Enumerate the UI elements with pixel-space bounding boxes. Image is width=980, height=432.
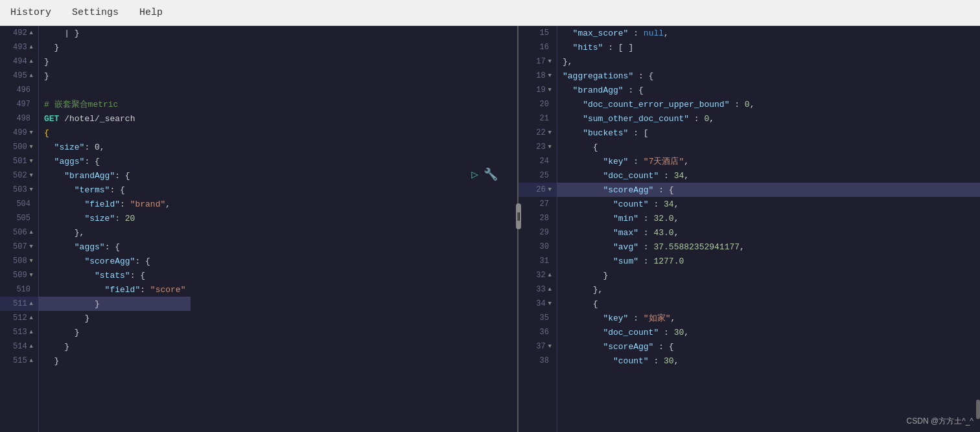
line-number: 29 xyxy=(519,225,557,240)
code-line: "max" : 43.0, xyxy=(557,225,980,240)
toolbar-icons: ▷ 🔧 xyxy=(471,167,498,181)
code-line: } xyxy=(39,354,191,368)
line-number: 32▲ xyxy=(519,268,557,282)
code-line: "scoreAgg" : { xyxy=(557,183,980,197)
left-code-area: 492▲493▲494▲495▲496497498499▼500▼501▼502… xyxy=(0,26,191,432)
code-line: "buckets" : [ xyxy=(557,126,980,140)
line-number: 16 xyxy=(519,40,557,54)
right-code-content: "max_score" : null, "hits" : [ ]},"aggre… xyxy=(557,26,980,432)
code-line: "scoreAgg" : { xyxy=(557,339,980,354)
line-number: 500▼ xyxy=(0,140,38,154)
code-line: "key" : "7天酒店", xyxy=(557,154,980,168)
menu-settings[interactable]: Settings xyxy=(68,5,122,21)
line-number: 23▼ xyxy=(519,140,557,154)
code-line: "max_score" : null, xyxy=(557,26,980,40)
scrollbar[interactable] xyxy=(976,400,980,419)
code-line: } xyxy=(39,54,191,69)
line-number: 499▼ xyxy=(0,126,38,140)
code-line: "brandAgg" : { xyxy=(557,83,980,97)
code-line: } xyxy=(39,40,191,54)
code-line: "sum_other_doc_count" : 0, xyxy=(557,111,980,126)
code-line: } xyxy=(39,325,191,339)
code-line: { xyxy=(557,297,980,311)
code-line: "aggs": { xyxy=(39,154,191,168)
menubar: History Settings Help xyxy=(0,0,980,26)
line-number: 31 xyxy=(519,254,557,268)
line-number: 498 xyxy=(0,111,38,126)
line-number: 24 xyxy=(519,154,557,168)
code-line: "aggregations" : { xyxy=(557,69,980,83)
code-line: { xyxy=(39,126,191,140)
line-number: 30 xyxy=(519,240,557,254)
line-number: 506▲ xyxy=(0,225,38,240)
right-line-numbers: 151617▼18▼19▼202122▼23▼242526▼2728293031… xyxy=(519,26,557,432)
code-line: "hits" : [ ] xyxy=(557,40,980,54)
line-number: 19▼ xyxy=(519,83,557,97)
code-line: } xyxy=(39,69,191,83)
code-line: "sum" : 1277.0 xyxy=(557,254,980,268)
line-number: 514▲ xyxy=(0,339,38,354)
code-line: "key" : "如家", xyxy=(557,311,980,325)
line-number: 34▼ xyxy=(519,297,557,311)
line-number: 17▼ xyxy=(519,54,557,69)
line-number: 501▼ xyxy=(0,154,38,168)
right-code-area: 151617▼18▼19▼202122▼23▼242526▼2728293031… xyxy=(519,26,980,432)
line-number: 37▼ xyxy=(519,339,557,354)
line-number: 494▲ xyxy=(0,54,38,69)
line-number: 36 xyxy=(519,325,557,339)
menu-history[interactable]: History xyxy=(6,5,55,21)
line-number: 22▼ xyxy=(519,126,557,140)
code-line: "min" : 32.0, xyxy=(557,211,980,225)
code-line: "aggs": { xyxy=(39,240,191,254)
code-line: { xyxy=(557,140,980,154)
code-line: | } xyxy=(39,26,191,40)
left-line-numbers: 492▲493▲494▲495▲496497498499▼500▼501▼502… xyxy=(0,26,39,432)
code-line: GET /hotel/_search xyxy=(39,111,191,126)
line-number: 18▼ xyxy=(519,69,557,83)
code-line: }, xyxy=(557,282,980,297)
right-panel: 151617▼18▼19▼202122▼23▼242526▼2728293031… xyxy=(519,26,980,432)
line-number: 493▲ xyxy=(0,40,38,54)
code-line xyxy=(39,83,191,97)
line-number: 515▲ xyxy=(0,354,38,368)
menu-help[interactable]: Help xyxy=(135,5,167,21)
code-line: } xyxy=(39,311,191,325)
line-number: 27 xyxy=(519,197,557,211)
code-line: "scoreAgg": { xyxy=(39,254,191,268)
settings-icon[interactable]: 🔧 xyxy=(484,167,498,181)
line-number: 503▼ xyxy=(0,183,38,197)
line-number: 21 xyxy=(519,111,557,126)
line-number: 38 xyxy=(519,354,557,368)
code-line: } xyxy=(39,297,191,311)
line-number: 492▲ xyxy=(0,26,38,40)
line-number: 507▼ xyxy=(0,240,38,254)
run-icon[interactable]: ▷ xyxy=(471,167,478,181)
main-content: 492▲493▲494▲495▲496497498499▼500▼501▼502… xyxy=(0,26,980,432)
code-line: "field": "brand", xyxy=(39,197,191,211)
code-line: }, xyxy=(39,225,191,240)
panel-divider[interactable]: ∥ xyxy=(516,203,521,229)
line-number: 508▼ xyxy=(0,254,38,268)
line-number: 497 xyxy=(0,97,38,111)
line-number: 28 xyxy=(519,211,557,225)
line-number: 26▼ xyxy=(519,183,557,197)
code-line: "count" : 30, xyxy=(557,354,980,368)
line-number: 504 xyxy=(0,197,38,211)
line-number: 502▼ xyxy=(0,168,38,183)
code-line: "terms": { xyxy=(39,183,191,197)
line-number: 25 xyxy=(519,168,557,183)
line-number: 505 xyxy=(0,211,38,225)
line-number: 20 xyxy=(519,97,557,111)
line-number: 511▲ xyxy=(0,297,38,311)
code-line: "doc_count" : 30, xyxy=(557,325,980,339)
code-line: "avg" : 37.55882352941177, xyxy=(557,240,980,254)
code-line: "field": "score" xyxy=(39,282,191,297)
code-line: "count" : 34, xyxy=(557,197,980,211)
line-number: 496 xyxy=(0,83,38,97)
left-panel: 492▲493▲494▲495▲496497498499▼500▼501▼502… xyxy=(0,26,519,432)
code-line: "doc_count_error_upper_bound" : 0, xyxy=(557,97,980,111)
code-line: } xyxy=(39,339,191,354)
code-line: "stats": { xyxy=(39,268,191,282)
left-code-content: | } }}}# 嵌套聚合metricGET /hotel/_search{ "… xyxy=(39,26,191,432)
code-line: } xyxy=(557,268,980,282)
